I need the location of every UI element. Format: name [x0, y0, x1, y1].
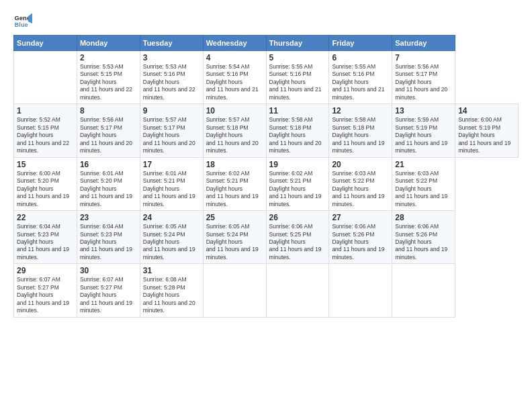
col-header-saturday: Saturday [392, 36, 455, 51]
calendar-cell: 30Sunrise: 6:07 AMSunset: 5:27 PMDayligh… [77, 264, 140, 317]
day-number: 19 [269, 160, 326, 169]
day-number: 24 [143, 213, 200, 222]
day-info: Sunrise: 5:52 AMSunset: 5:15 PMDaylight … [17, 116, 69, 154]
calendar-cell: 13Sunrise: 5:59 AMSunset: 5:19 PMDayligh… [392, 104, 455, 157]
calendar-cell: 19Sunrise: 6:02 AMSunset: 5:21 PMDayligh… [266, 157, 329, 210]
calendar-cell: 5Sunrise: 5:55 AMSunset: 5:16 PMDaylight… [266, 51, 329, 104]
week-row-2: 15Sunrise: 6:00 AMSunset: 5:20 PMDayligh… [14, 157, 519, 210]
day-info: Sunrise: 6:00 AMSunset: 5:20 PMDaylight … [17, 170, 69, 208]
day-number: 13 [395, 106, 452, 116]
calendar-cell: 31Sunrise: 6:08 AMSunset: 5:28 PMDayligh… [140, 264, 203, 317]
day-info: Sunrise: 6:02 AMSunset: 5:21 PMDaylight … [269, 170, 322, 208]
col-header-monday: Monday [77, 36, 140, 51]
logo-icon: General Blue [13, 12, 32, 31]
day-info: Sunrise: 6:04 AMSunset: 5:23 PMDaylight … [80, 223, 132, 261]
day-number: 9 [143, 106, 200, 116]
day-info: Sunrise: 5:59 AMSunset: 5:19 PMDaylight … [395, 116, 447, 154]
day-number: 31 [143, 266, 200, 275]
day-number: 30 [80, 266, 137, 275]
day-info: Sunrise: 5:57 AMSunset: 5:18 PMDaylight … [206, 116, 259, 154]
day-info: Sunrise: 5:55 AMSunset: 5:16 PMDaylight … [269, 63, 322, 101]
calendar-cell: 1Sunrise: 5:52 AMSunset: 5:15 PMDaylight… [14, 104, 77, 157]
day-number: 2 [80, 53, 137, 62]
day-number: 10 [206, 106, 263, 116]
day-info: Sunrise: 6:01 AMSunset: 5:20 PMDaylight … [80, 170, 132, 208]
day-number: 17 [143, 160, 200, 169]
day-info: Sunrise: 6:01 AMSunset: 5:21 PMDaylight … [143, 170, 195, 208]
day-info: Sunrise: 6:07 AMSunset: 5:27 PMDaylight … [17, 276, 69, 314]
day-info: Sunrise: 6:05 AMSunset: 5:24 PMDaylight … [143, 223, 195, 261]
calendar-cell: 11Sunrise: 5:58 AMSunset: 5:18 PMDayligh… [266, 104, 329, 157]
calendar-cell: 16Sunrise: 6:01 AMSunset: 5:20 PMDayligh… [77, 157, 140, 210]
day-info: Sunrise: 6:07 AMSunset: 5:27 PMDaylight … [80, 276, 132, 314]
day-info: Sunrise: 5:54 AMSunset: 5:16 PMDaylight … [206, 63, 259, 101]
day-number: 8 [80, 106, 137, 116]
calendar-cell: 6Sunrise: 5:55 AMSunset: 5:16 PMDaylight… [329, 51, 392, 104]
calendar-cell: 28Sunrise: 6:06 AMSunset: 5:26 PMDayligh… [392, 211, 455, 264]
calendar-cell: 23Sunrise: 6:04 AMSunset: 5:23 PMDayligh… [77, 211, 140, 264]
day-info: Sunrise: 6:00 AMSunset: 5:19 PMDaylight … [458, 116, 511, 154]
day-number: 22 [17, 213, 74, 222]
day-info: Sunrise: 5:53 AMSunset: 5:16 PMDaylight … [143, 63, 195, 101]
calendar-cell [203, 264, 266, 317]
day-info: Sunrise: 6:02 AMSunset: 5:21 PMDaylight … [206, 170, 259, 208]
day-info: Sunrise: 5:56 AMSunset: 5:17 PMDaylight … [80, 116, 132, 154]
svg-text:Blue: Blue [15, 21, 28, 28]
calendar-cell: 27Sunrise: 6:06 AMSunset: 5:26 PMDayligh… [329, 211, 392, 264]
calendar-cell: 12Sunrise: 5:58 AMSunset: 5:18 PMDayligh… [329, 104, 392, 157]
calendar-cell: 14Sunrise: 6:00 AMSunset: 5:19 PMDayligh… [455, 104, 519, 157]
calendar-cell: 8Sunrise: 5:56 AMSunset: 5:17 PMDaylight… [77, 104, 140, 157]
day-number: 29 [17, 266, 74, 275]
calendar-table: SundayMondayTuesdayWednesdayThursdayFrid… [13, 35, 519, 318]
week-row-4: 29Sunrise: 6:07 AMSunset: 5:27 PMDayligh… [14, 264, 519, 317]
calendar-cell: 18Sunrise: 6:02 AMSunset: 5:21 PMDayligh… [203, 157, 266, 210]
calendar-cell: 20Sunrise: 6:03 AMSunset: 5:22 PMDayligh… [329, 157, 392, 210]
day-number: 25 [206, 213, 263, 222]
calendar-cell: 25Sunrise: 6:05 AMSunset: 5:24 PMDayligh… [203, 211, 266, 264]
day-info: Sunrise: 6:05 AMSunset: 5:24 PMDaylight … [206, 223, 259, 261]
day-number: 23 [80, 213, 137, 222]
day-number: 21 [395, 160, 452, 169]
calendar-cell [14, 51, 77, 104]
calendar-cell: 10Sunrise: 5:57 AMSunset: 5:18 PMDayligh… [203, 104, 266, 157]
day-number: 5 [269, 53, 326, 62]
day-info: Sunrise: 5:58 AMSunset: 5:18 PMDaylight … [332, 116, 384, 154]
day-number: 27 [332, 213, 389, 222]
calendar-cell: 24Sunrise: 6:05 AMSunset: 5:24 PMDayligh… [140, 211, 203, 264]
day-number: 11 [269, 106, 326, 116]
col-header-tuesday: Tuesday [140, 36, 203, 51]
day-info: Sunrise: 5:57 AMSunset: 5:17 PMDaylight … [143, 116, 195, 154]
day-number: 7 [395, 53, 452, 62]
calendar-cell: 7Sunrise: 5:56 AMSunset: 5:17 PMDaylight… [392, 51, 455, 104]
day-number: 1 [17, 106, 74, 116]
day-info: Sunrise: 5:53 AMSunset: 5:15 PMDaylight … [80, 63, 132, 101]
day-info: Sunrise: 6:08 AMSunset: 5:28 PMDaylight … [143, 276, 195, 314]
day-number: 15 [17, 160, 74, 169]
day-number: 12 [332, 106, 389, 116]
calendar-cell: 9Sunrise: 5:57 AMSunset: 5:17 PMDaylight… [140, 104, 203, 157]
day-number: 26 [269, 213, 326, 222]
col-header-wednesday: Wednesday [203, 36, 266, 51]
day-number: 6 [332, 53, 389, 62]
calendar-cell [392, 264, 455, 317]
calendar-cell: 21Sunrise: 6:03 AMSunset: 5:22 PMDayligh… [392, 157, 455, 210]
day-number: 28 [395, 213, 452, 222]
week-row-0: 2Sunrise: 5:53 AMSunset: 5:15 PMDaylight… [14, 51, 519, 104]
week-row-3: 22Sunrise: 6:04 AMSunset: 5:23 PMDayligh… [14, 211, 519, 264]
calendar-cell: 4Sunrise: 5:54 AMSunset: 5:16 PMDaylight… [203, 51, 266, 104]
calendar-cell [329, 264, 392, 317]
calendar-cell: 3Sunrise: 5:53 AMSunset: 5:16 PMDaylight… [140, 51, 203, 104]
calendar-cell: 17Sunrise: 6:01 AMSunset: 5:21 PMDayligh… [140, 157, 203, 210]
page: General Blue SundayMondayTuesdayWednesda… [0, 0, 532, 411]
day-number: 18 [206, 160, 263, 169]
day-info: Sunrise: 6:06 AMSunset: 5:26 PMDaylight … [395, 223, 447, 261]
col-header-friday: Friday [329, 36, 392, 51]
day-info: Sunrise: 5:56 AMSunset: 5:17 PMDaylight … [395, 63, 447, 101]
day-info: Sunrise: 6:06 AMSunset: 5:26 PMDaylight … [332, 223, 384, 261]
calendar-cell: 26Sunrise: 6:06 AMSunset: 5:25 PMDayligh… [266, 211, 329, 264]
day-number: 14 [458, 106, 515, 116]
logo: General Blue [13, 12, 32, 31]
calendar-cell: 29Sunrise: 6:07 AMSunset: 5:27 PMDayligh… [14, 264, 77, 317]
day-info: Sunrise: 5:58 AMSunset: 5:18 PMDaylight … [269, 116, 322, 154]
header: General Blue [13, 12, 519, 31]
